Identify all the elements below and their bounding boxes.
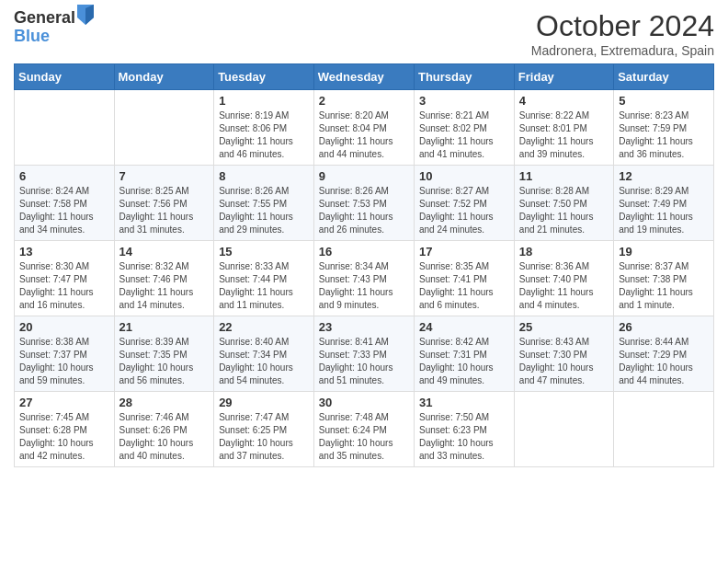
calendar-cell (614, 392, 714, 467)
calendar-cell: 12Sunrise: 8:29 AM Sunset: 7:49 PM Dayli… (614, 166, 714, 241)
day-number: 1 (219, 94, 309, 108)
day-number: 20 (19, 320, 109, 334)
day-info: Sunrise: 8:40 AM Sunset: 7:34 PM Dayligh… (219, 336, 309, 387)
calendar-cell: 18Sunrise: 8:36 AM Sunset: 7:40 PM Dayli… (514, 241, 613, 316)
location-subtitle: Madronera, Extremadura, Spain (531, 43, 714, 58)
calendar-cell: 26Sunrise: 8:44 AM Sunset: 7:29 PM Dayli… (614, 316, 714, 392)
day-info: Sunrise: 8:35 AM Sunset: 7:41 PM Dayligh… (419, 260, 509, 312)
calendar-cell: 25Sunrise: 8:43 AM Sunset: 7:30 PM Dayli… (514, 316, 613, 392)
page-header: General Blue October 2024 Madronera, Ext… (14, 9, 714, 58)
calendar-week-row: 1Sunrise: 8:19 AM Sunset: 8:06 PM Daylig… (15, 90, 714, 166)
calendar-cell: 29Sunrise: 7:47 AM Sunset: 6:25 PM Dayli… (214, 392, 314, 467)
calendar-cell: 10Sunrise: 8:27 AM Sunset: 7:52 PM Dayli… (414, 166, 514, 241)
calendar-cell: 8Sunrise: 8:26 AM Sunset: 7:55 PM Daylig… (214, 166, 314, 241)
calendar-cell: 13Sunrise: 8:30 AM Sunset: 7:47 PM Dayli… (15, 241, 115, 316)
calendar-cell (114, 90, 214, 166)
day-number: 9 (319, 169, 409, 183)
day-info: Sunrise: 8:30 AM Sunset: 7:47 PM Dayligh… (19, 260, 109, 312)
day-number: 5 (619, 94, 709, 108)
day-number: 29 (219, 396, 309, 409)
day-info: Sunrise: 8:26 AM Sunset: 7:55 PM Dayligh… (219, 185, 309, 236)
day-number: 13 (19, 245, 109, 259)
day-number: 23 (319, 320, 409, 334)
day-number: 7 (119, 169, 210, 183)
day-number: 19 (619, 245, 709, 259)
calendar-cell: 17Sunrise: 8:35 AM Sunset: 7:41 PM Dayli… (414, 241, 514, 316)
day-info: Sunrise: 8:33 AM Sunset: 7:44 PM Dayligh… (219, 260, 309, 312)
calendar-cell: 24Sunrise: 8:42 AM Sunset: 7:31 PM Dayli… (414, 316, 514, 392)
calendar-week-row: 13Sunrise: 8:30 AM Sunset: 7:47 PM Dayli… (15, 241, 714, 316)
day-info: Sunrise: 8:27 AM Sunset: 7:52 PM Dayligh… (419, 185, 509, 236)
day-info: Sunrise: 8:21 AM Sunset: 8:02 PM Dayligh… (419, 109, 509, 161)
day-info: Sunrise: 7:45 AM Sunset: 6:28 PM Dayligh… (19, 411, 109, 463)
day-of-week-header: Saturday (614, 64, 714, 90)
day-number: 24 (419, 320, 509, 334)
day-info: Sunrise: 8:41 AM Sunset: 7:33 PM Dayligh… (319, 336, 409, 387)
day-number: 10 (419, 169, 509, 183)
calendar-cell: 14Sunrise: 8:32 AM Sunset: 7:46 PM Dayli… (114, 241, 214, 316)
day-info: Sunrise: 8:34 AM Sunset: 7:43 PM Dayligh… (319, 260, 409, 312)
calendar-table: SundayMondayTuesdayWednesdayThursdayFrid… (14, 63, 714, 467)
calendar-cell: 5Sunrise: 8:23 AM Sunset: 7:59 PM Daylig… (614, 90, 714, 166)
day-number: 25 (519, 320, 609, 334)
day-number: 11 (519, 169, 609, 183)
calendar-cell: 30Sunrise: 7:48 AM Sunset: 6:24 PM Dayli… (313, 392, 414, 467)
day-number: 18 (519, 245, 609, 259)
day-of-week-header: Monday (114, 64, 214, 90)
day-number: 26 (619, 320, 709, 334)
calendar-cell: 27Sunrise: 7:45 AM Sunset: 6:28 PM Dayli… (15, 392, 115, 467)
day-info: Sunrise: 8:22 AM Sunset: 8:01 PM Dayligh… (519, 109, 609, 161)
calendar-week-row: 6Sunrise: 8:24 AM Sunset: 7:58 PM Daylig… (15, 166, 714, 241)
calendar-cell: 15Sunrise: 8:33 AM Sunset: 7:44 PM Dayli… (214, 241, 314, 316)
day-info: Sunrise: 8:32 AM Sunset: 7:46 PM Dayligh… (119, 260, 210, 312)
day-info: Sunrise: 7:48 AM Sunset: 6:24 PM Dayligh… (319, 411, 409, 463)
day-number: 12 (619, 169, 709, 183)
day-number: 8 (219, 169, 309, 183)
day-of-week-header: Tuesday (214, 64, 314, 90)
day-number: 28 (119, 396, 210, 409)
day-number: 27 (19, 396, 109, 409)
calendar-week-row: 27Sunrise: 7:45 AM Sunset: 6:28 PM Dayli… (15, 392, 714, 467)
logo-general-text: General (14, 9, 75, 28)
day-number: 3 (419, 94, 509, 108)
day-info: Sunrise: 8:43 AM Sunset: 7:30 PM Dayligh… (519, 336, 609, 387)
calendar-header-row: SundayMondayTuesdayWednesdayThursdayFrid… (15, 64, 714, 90)
day-info: Sunrise: 7:47 AM Sunset: 6:25 PM Dayligh… (219, 411, 309, 463)
calendar-cell: 4Sunrise: 8:22 AM Sunset: 8:01 PM Daylig… (514, 90, 613, 166)
calendar-cell: 19Sunrise: 8:37 AM Sunset: 7:38 PM Dayli… (614, 241, 714, 316)
day-info: Sunrise: 8:26 AM Sunset: 7:53 PM Dayligh… (319, 185, 409, 236)
day-info: Sunrise: 8:25 AM Sunset: 7:56 PM Dayligh… (119, 185, 210, 236)
calendar-cell: 9Sunrise: 8:26 AM Sunset: 7:53 PM Daylig… (313, 166, 414, 241)
day-info: Sunrise: 8:19 AM Sunset: 8:06 PM Dayligh… (219, 109, 309, 161)
calendar-cell: 11Sunrise: 8:28 AM Sunset: 7:50 PM Dayli… (514, 166, 613, 241)
day-number: 31 (419, 396, 509, 409)
day-info: Sunrise: 8:38 AM Sunset: 7:37 PM Dayligh… (19, 336, 109, 387)
day-info: Sunrise: 8:37 AM Sunset: 7:38 PM Dayligh… (619, 260, 709, 312)
calendar-cell: 28Sunrise: 7:46 AM Sunset: 6:26 PM Dayli… (114, 392, 214, 467)
calendar-cell: 6Sunrise: 8:24 AM Sunset: 7:58 PM Daylig… (15, 166, 115, 241)
calendar-week-row: 20Sunrise: 8:38 AM Sunset: 7:37 PM Dayli… (15, 316, 714, 392)
day-number: 21 (119, 320, 210, 334)
day-info: Sunrise: 8:24 AM Sunset: 7:58 PM Dayligh… (19, 185, 109, 236)
day-of-week-header: Friday (514, 64, 613, 90)
day-number: 16 (319, 245, 409, 259)
day-info: Sunrise: 8:29 AM Sunset: 7:49 PM Dayligh… (619, 185, 709, 236)
calendar-cell (514, 392, 613, 467)
day-info: Sunrise: 8:39 AM Sunset: 7:35 PM Dayligh… (119, 336, 210, 387)
day-info: Sunrise: 7:46 AM Sunset: 6:26 PM Dayligh… (119, 411, 210, 463)
day-info: Sunrise: 7:50 AM Sunset: 6:23 PM Dayligh… (419, 411, 509, 463)
calendar-cell: 21Sunrise: 8:39 AM Sunset: 7:35 PM Dayli… (114, 316, 214, 392)
calendar-cell: 16Sunrise: 8:34 AM Sunset: 7:43 PM Dayli… (313, 241, 414, 316)
day-number: 22 (219, 320, 309, 334)
logo-blue-text: Blue (14, 28, 94, 46)
calendar-cell: 3Sunrise: 8:21 AM Sunset: 8:02 PM Daylig… (414, 90, 514, 166)
day-info: Sunrise: 8:20 AM Sunset: 8:04 PM Dayligh… (319, 109, 409, 161)
logo-icon (77, 5, 94, 25)
day-of-week-header: Sunday (15, 64, 115, 90)
day-number: 4 (519, 94, 609, 108)
calendar-cell: 20Sunrise: 8:38 AM Sunset: 7:37 PM Dayli… (15, 316, 115, 392)
day-info: Sunrise: 8:44 AM Sunset: 7:29 PM Dayligh… (619, 336, 709, 387)
month-title: October 2024 (531, 9, 714, 43)
calendar-cell: 23Sunrise: 8:41 AM Sunset: 7:33 PM Dayli… (313, 316, 414, 392)
day-number: 17 (419, 245, 509, 259)
